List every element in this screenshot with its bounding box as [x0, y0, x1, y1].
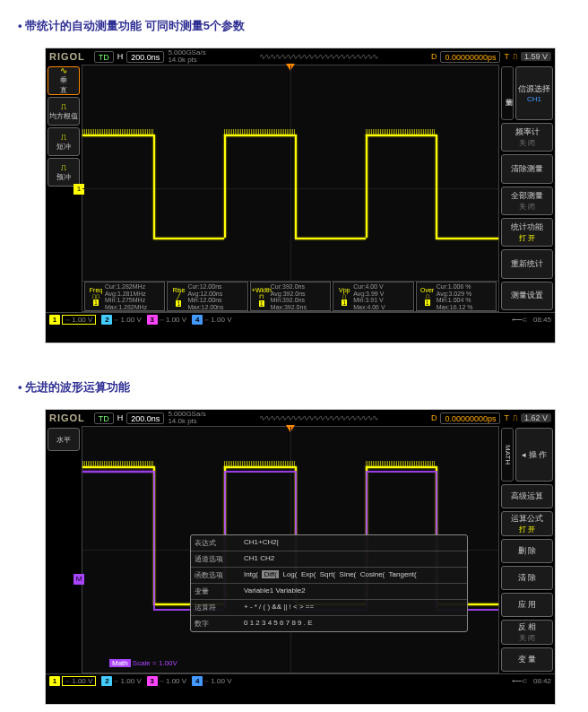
bottom-bar: 1⎓ 1.00 V 2⎓ 1.00 V 3⎓ 1.00 V 4⎓ 1.00 V …	[46, 312, 555, 326]
ch2-label[interactable]: 2⎓ 1.00 V	[101, 315, 141, 325]
logo: RIGOL	[49, 412, 85, 423]
counter-button[interactable]: 频率计关 闭	[501, 123, 553, 152]
right-menu: MATH ◂ 操 作 高级运算 运算公式打 开 删 除 清 除 应 用 反 相关…	[499, 426, 555, 673]
measurement-strip: Freq⎍⎍1 Cur:1.282MHzAvg:1.281MHzMin:1.27…	[82, 281, 498, 311]
ch1-label[interactable]: 1⎓ 1.00 V	[49, 676, 96, 686]
ch2-label[interactable]: 2⎓ 1.00 V	[101, 676, 141, 686]
dlg-row-func-value[interactable]: Intg( Diff( Log( Exp( Sqrt( Sine( Cosine…	[240, 568, 467, 583]
sample-info: 5.000GSa/s 14.0k pts	[168, 411, 205, 425]
section2-title: 先进的波形运算功能	[18, 379, 570, 395]
apply-button[interactable]: 应 用	[501, 593, 553, 617]
left-btn-overshoot[interactable]: ⎍ 预冲	[48, 158, 80, 187]
oscilloscope-2: RIGOL TD H 200.0ns 5.000GSa/s 14.0k pts …	[45, 409, 556, 705]
delay-value: 0.00000000ps	[440, 412, 500, 424]
oscilloscope-1: RIGOL TD H 200.0ns 5.000GSa/s 14.0k pts …	[45, 48, 556, 343]
math-marker: M	[74, 574, 84, 585]
rising-edge-icon: ⎍	[513, 413, 517, 422]
dlg-row-expr-label: 表达式	[191, 535, 240, 551]
delete-button[interactable]: 删 除	[501, 539, 553, 563]
bottom-bar: 1⎓ 1.00 V 2⎓ 1.00 V 3⎓ 1.00 V 4⎓ 1.00 V …	[46, 673, 555, 688]
left-toolbar: 水平	[46, 426, 82, 673]
d-label: D	[431, 52, 437, 61]
ch3-label[interactable]: 3⎓ 1.00 V	[147, 676, 186, 686]
timebase: 200.0ns	[126, 51, 164, 63]
top-bar: RIGOL TD H 200.0ns 5.000GSa/s 14.0k pts …	[46, 48, 555, 65]
dlg-row-op-value[interactable]: + - * / ( ) && || ! < > ==	[240, 600, 467, 615]
dlg-row-var-value[interactable]: Variable1 Variable2	[240, 584, 467, 599]
ch4-label[interactable]: 4⎓ 1.00 V	[192, 315, 231, 325]
waveform-preview: ∿∿∿∿∿∿∿∿∿∿∿∿∿∿∿∿∿∿∿∿∿∿	[210, 413, 428, 422]
mode-td: TD	[94, 412, 114, 424]
dlg-row-chan-label: 通道选项	[191, 551, 240, 567]
pulse-icon: ⎍	[61, 133, 66, 142]
ch3-label[interactable]: 3⎓ 1.00 V	[147, 315, 186, 325]
stats-button[interactable]: 统计功能打 开	[501, 218, 553, 247]
mode-td: TD	[94, 51, 114, 63]
ch4-label[interactable]: 4⎓ 1.00 V	[192, 676, 231, 686]
trigger-level: 1.62 V	[521, 413, 551, 422]
left-btn-vertical[interactable]: ∿ 垂直	[48, 66, 80, 95]
usb-icon: ⟵⊂	[512, 677, 528, 685]
all-meas-button[interactable]: 全部测量关 闭	[501, 187, 553, 215]
meas-over: Over⎍1 Cur:1.006 %Avg:3.029 %Min:1.004 %…	[416, 282, 497, 311]
meas-freq: Freq⎍⎍1 Cur:1.282MHzAvg:1.281MHzMin:1.27…	[84, 282, 165, 311]
measure-tab[interactable]: 测量	[501, 66, 514, 120]
meas-settings-button[interactable]: 测量设置	[501, 282, 553, 310]
meas-vpp: Vpp⎍1 Cur:4.00 VAvg:3.99 VMin:3.91 VMax:…	[333, 282, 413, 311]
meas-rise: Rise╱1 Cur:12.00nsAvg:12.00nsMin:12.00ns…	[167, 282, 247, 311]
h-label: H	[117, 413, 124, 422]
rise-icon: ╱	[177, 293, 180, 300]
advanced-button[interactable]: 高级运算	[501, 484, 553, 508]
h-label: H	[117, 52, 124, 61]
dlg-row-num-value[interactable]: 0 1 2 3 4 5 6 7 8 9 . E	[240, 616, 467, 631]
left-btn-preshoot[interactable]: ⎍ 短冲	[48, 127, 80, 156]
left-btn-rms[interactable]: ⎍ 均方根值	[48, 97, 80, 126]
clear-button[interactable]: 清 除	[501, 566, 553, 590]
clock: 08:42	[533, 677, 551, 685]
section1-title: 带统计的自动测量功能 可同时测量5个参数	[18, 18, 570, 34]
formula-button[interactable]: 运算公式打 开	[501, 511, 553, 535]
source-select-button[interactable]: 信源选择 CH1	[515, 66, 553, 120]
operation-button[interactable]: ◂ 操 作	[515, 428, 553, 482]
variable-button[interactable]: 变 量	[501, 647, 553, 672]
dlg-row-op-label: 运算符	[191, 600, 240, 615]
dlg-row-expr-value[interactable]: CH1+CH2|	[240, 535, 467, 551]
t-label: T	[504, 52, 509, 61]
ch1-label[interactable]: 1⎓ 1.00 V	[49, 315, 96, 325]
d-label: D	[431, 413, 437, 422]
dlg-row-chan-value[interactable]: CH1 CH2	[240, 551, 467, 567]
right-menu: 测量 信源选择 CH1 频率计关 闭 清除测量 全部测量关 闭 统计功能打 开 …	[499, 65, 555, 312]
delay-value: 0.00000000ps	[440, 51, 500, 63]
vpp-icon: ⎍	[342, 293, 346, 300]
left-btn-horizontal[interactable]: 水平	[48, 428, 80, 451]
trigger-level: 1.59 V	[521, 52, 551, 61]
sine-icon: ∿	[60, 66, 67, 75]
top-bar: RIGOL TD H 200.0ns 5.000GSa/s 14.0k pts …	[46, 410, 555, 426]
clock: 08:45	[533, 316, 551, 324]
width-icon: ⊓	[259, 293, 264, 300]
waveform-display[interactable]: 1 M	[82, 426, 499, 673]
math-scale-label: MathScale = 1.00V	[109, 659, 177, 667]
freq-icon: ⎍⎍	[92, 293, 99, 300]
timebase: 200.0ns	[126, 412, 164, 424]
rising-edge-icon: ⎍	[513, 52, 517, 61]
invert-button[interactable]: 反 相关 闭	[501, 620, 553, 644]
reset-stats-button[interactable]: 重新统计	[501, 249, 553, 278]
clear-meas-button[interactable]: 清除测量	[501, 154, 553, 183]
step-icon: ⎍	[61, 102, 66, 111]
usb-icon: ⟵⊂	[512, 316, 528, 324]
dlg-row-num-label: 数字	[191, 616, 240, 631]
over-icon: ⎍	[426, 293, 429, 300]
pulse-icon: ⎍	[61, 163, 66, 172]
dlg-row-var-label: 变量	[191, 584, 240, 599]
math-tab[interactable]: MATH	[501, 428, 514, 482]
logo: RIGOL	[49, 51, 85, 62]
waveform-preview: ∿∿∿∿∿∿∿∿∿∿∿∿∿∿∿∿∿∿∿∿∿∿	[210, 52, 428, 61]
dlg-row-func-label: 函数选项	[191, 568, 240, 583]
formula-editor-dialog[interactable]: 表达式CH1+CH2| 通道选项CH1 CH2 函数选项Intg( Diff( …	[190, 534, 468, 632]
sample-info: 5.000GSa/s 14.0k pts	[168, 49, 205, 64]
meas-width: +Width⊓1 Cur:392.0nsAvg:392.0nsMin:392.0…	[250, 282, 331, 311]
t-label: T	[504, 413, 509, 422]
waveform-display[interactable]: 1	[82, 65, 499, 312]
